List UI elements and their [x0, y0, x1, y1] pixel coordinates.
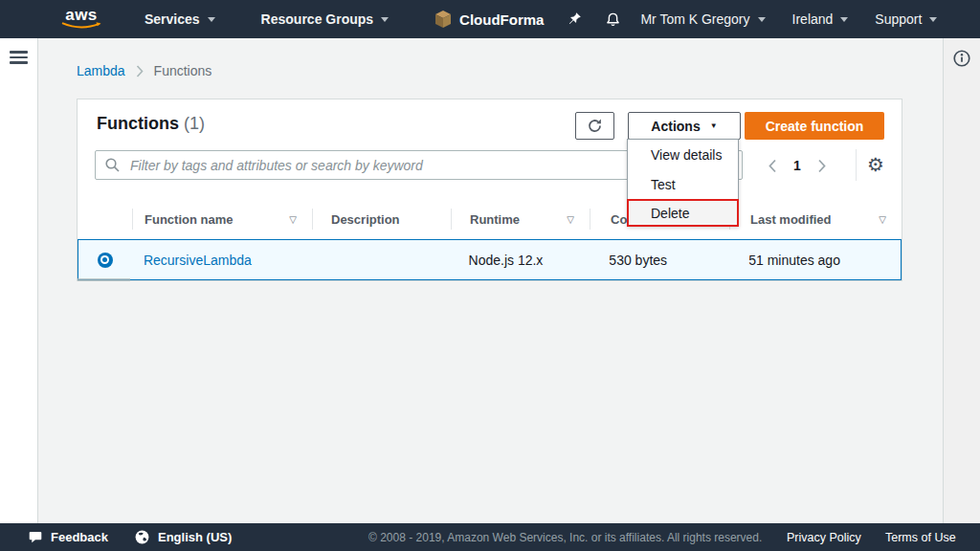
main-content: Lambda Functions Functions (1) Actions ▼	[38, 38, 943, 523]
footer-bar: Feedback English (US) © 2008 - 2019, Ama…	[0, 523, 980, 551]
pin-button[interactable]	[567, 11, 582, 27]
previous-page-button[interactable]	[768, 159, 777, 173]
nav-resource-groups[interactable]: Resource Groups	[261, 11, 389, 27]
breadcrumb-functions: Functions	[154, 63, 212, 78]
left-sidebar	[0, 38, 38, 523]
bell-icon	[605, 11, 621, 28]
chevron-down-icon	[758, 17, 766, 22]
aws-console-page: aws Services Resource Groups CloudForma	[0, 0, 980, 551]
nav-region-label: Ireland	[792, 11, 834, 27]
page-title: Functions (1)	[97, 114, 205, 134]
actions-button-label: Actions	[651, 119, 700, 134]
cube-icon	[434, 10, 452, 29]
table-header-row: Function name ▽ Description Runtime ▽ Co…	[78, 199, 902, 239]
column-header-description[interactable]: Description	[312, 199, 451, 239]
nav-cloudforma-label: CloudForma	[459, 11, 544, 28]
breadcrumb: Lambda Functions	[77, 63, 212, 78]
chevron-down-icon	[840, 17, 848, 22]
info-icon[interactable]	[952, 49, 971, 68]
refresh-button[interactable]	[575, 112, 614, 140]
refresh-icon	[587, 118, 603, 134]
cell-code-size: 530 bytes	[589, 253, 728, 268]
current-page-number: 1	[793, 158, 801, 173]
pagination: 1	[768, 155, 826, 176]
menu-item-test[interactable]: Test	[628, 169, 738, 199]
nav-support-label: Support	[875, 11, 922, 27]
notifications-button[interactable]	[605, 11, 621, 28]
nav-services[interactable]: Services	[145, 11, 215, 27]
column-header-runtime[interactable]: Runtime ▽	[451, 199, 590, 239]
cell-runtime: Node.js 12.x	[451, 253, 590, 268]
language-button[interactable]: English (US)	[134, 523, 232, 551]
actions-dropdown-menu: View details Test Delete	[627, 139, 739, 227]
nav-region[interactable]: Ireland	[792, 11, 849, 27]
functions-count: (1)	[184, 114, 205, 133]
toolbar-divider	[856, 149, 857, 181]
pin-icon	[567, 11, 582, 27]
feedback-button[interactable]: Feedback	[27, 523, 108, 551]
language-label: English (US)	[158, 530, 232, 544]
table-row[interactable]: RecursiveLambda Node.js 12.x 530 bytes 5…	[78, 239, 902, 280]
sort-icon[interactable]: ▽	[879, 214, 886, 225]
column-header-function-name[interactable]: Function name ▽	[132, 199, 312, 239]
settings-gear-icon[interactable]: ⚙	[867, 150, 884, 179]
copyright-text: © 2008 - 2019, Amazon Web Services, Inc.…	[368, 523, 762, 551]
help-panel-strip	[943, 38, 980, 523]
globe-icon	[134, 529, 150, 545]
horizontal-scrollbar-thumb[interactable]	[78, 278, 130, 281]
aws-logo[interactable]: aws	[60, 8, 102, 31]
select-column-header	[78, 199, 132, 239]
actions-button[interactable]: Actions ▼	[628, 112, 741, 140]
menu-item-view-details[interactable]: View details	[628, 140, 738, 169]
chevron-right-icon	[817, 159, 826, 173]
create-function-button[interactable]: Create function	[745, 112, 884, 140]
breadcrumb-chevron-icon	[136, 65, 144, 77]
aws-logo-text: aws	[65, 8, 98, 22]
top-navigation-bar: aws Services Resource Groups CloudForma	[0, 0, 980, 38]
page-title-text: Functions	[97, 114, 179, 133]
chevron-down-icon	[208, 17, 215, 22]
cell-last-modified: 51 minutes ago	[728, 253, 901, 268]
chevron-left-icon	[768, 159, 777, 173]
sort-icon[interactable]: ▽	[567, 214, 574, 225]
privacy-policy-link[interactable]: Privacy Policy	[787, 523, 861, 551]
nav-services-label: Services	[145, 11, 200, 27]
caret-down-icon: ▼	[710, 121, 718, 130]
menu-icon[interactable]	[10, 51, 28, 64]
column-header-last-modified[interactable]: Last modified ▽	[729, 199, 902, 239]
feedback-label: Feedback	[51, 530, 108, 544]
function-name-link[interactable]: RecursiveLambda	[144, 253, 252, 268]
search-icon	[104, 157, 121, 173]
nav-account[interactable]: Mr Tom K Gregory	[640, 11, 765, 27]
nav-account-label: Mr Tom K Gregory	[640, 11, 749, 27]
functions-panel: Functions (1) Actions ▼ Create function	[77, 99, 902, 281]
speech-bubble-icon	[27, 530, 43, 545]
next-page-button[interactable]	[817, 159, 826, 173]
chevron-down-icon	[381, 17, 389, 22]
nav-support[interactable]: Support	[875, 11, 937, 27]
row-select-radio[interactable]	[98, 253, 113, 268]
sort-icon[interactable]: ▽	[289, 214, 297, 225]
nav-cloudforma[interactable]: CloudForma	[434, 10, 544, 29]
nav-resource-groups-label: Resource Groups	[261, 11, 373, 27]
terms-of-use-link[interactable]: Terms of Use	[885, 523, 956, 551]
breadcrumb-lambda-link[interactable]: Lambda	[77, 63, 125, 78]
chevron-down-icon	[929, 17, 937, 22]
aws-smile-icon	[61, 22, 101, 31]
menu-item-delete[interactable]: Delete	[627, 199, 739, 227]
